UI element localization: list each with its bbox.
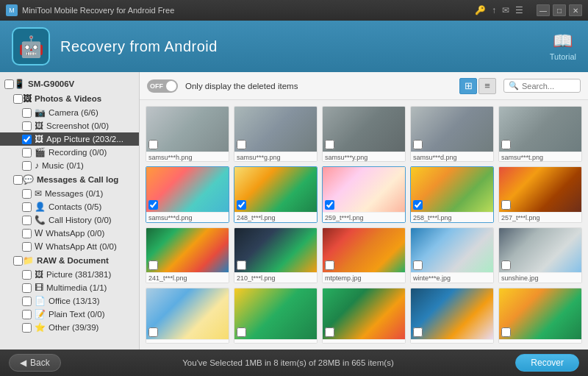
search-input[interactable] [522, 82, 581, 91]
other-checkbox[interactable] [22, 323, 32, 333]
back-button[interactable]: ◀ Back [9, 354, 61, 372]
back-arrow-icon: ◀ [20, 358, 26, 368]
minimize-button[interactable]: — [537, 4, 550, 16]
image-checkbox[interactable] [325, 200, 334, 210]
photos-group-icon: 🖼 [23, 93, 32, 104]
sidebar-item-multimedia[interactable]: 🎞 Multimedia (1/1) [0, 281, 139, 294]
photos-group-checkbox[interactable] [13, 94, 23, 104]
image-checkbox[interactable] [413, 327, 423, 337]
call-history-checkbox[interactable] [22, 216, 32, 225]
app-picture-checkbox[interactable] [22, 135, 32, 144]
image-cell[interactable]: samsu***g.png [234, 106, 318, 162]
whatsapp-checkbox[interactable] [22, 229, 32, 238]
image-cell[interactable]: samsu***y.png [322, 106, 406, 162]
image-cell[interactable]: 259_t***l.png [322, 166, 406, 222]
search-box[interactable]: 🔍 [503, 79, 581, 93]
screenshot-checkbox[interactable] [22, 121, 32, 131]
image-wrapper [411, 228, 493, 273]
device-icon: 📱 [14, 79, 25, 89]
camera-checkbox[interactable] [22, 108, 32, 118]
image-cell[interactable] [410, 288, 494, 344]
list-view-button[interactable]: ≡ [478, 78, 496, 94]
sidebar-item-recording[interactable]: 🎬 Recording (0/0) [0, 146, 139, 159]
image-checkbox[interactable] [148, 200, 158, 210]
grid-view-button[interactable]: ⊞ [459, 78, 477, 94]
image-checkbox[interactable] [148, 140, 158, 149]
image-cell[interactable] [146, 288, 229, 344]
image-cell[interactable]: samsu***d.png [146, 166, 229, 222]
image-cell[interactable]: sunshine.jpg [498, 227, 582, 283]
image-checkbox[interactable] [501, 327, 511, 337]
image-checkbox[interactable] [325, 327, 334, 337]
menu-icon[interactable]: ☰ [515, 5, 523, 15]
image-cell[interactable]: 248_t***l.png [234, 166, 318, 222]
sidebar-group-messages[interactable]: 💬 Messages & Call log [0, 172, 139, 187]
image-cell[interactable] [234, 288, 318, 344]
image-checkbox[interactable] [325, 260, 334, 270]
multimedia-checkbox[interactable] [22, 283, 32, 293]
toggle-track[interactable]: OFF [147, 79, 178, 93]
image-checkbox[interactable] [237, 200, 246, 210]
image-cell[interactable]: samsu***d.png [410, 106, 494, 162]
image-checkbox[interactable] [237, 327, 246, 337]
image-cell[interactable]: 257_t***l.png [498, 166, 582, 222]
image-cell[interactable] [322, 288, 406, 344]
sidebar-item-screenshot[interactable]: 🖼 Screenshot (0/0) [0, 119, 139, 132]
image-label: 259_t***l.png [323, 212, 405, 221]
image-wrapper [234, 288, 317, 339]
image-cell[interactable]: winte***e.jpg [410, 227, 494, 283]
sidebar-item-whatsapp-att[interactable]: W WhatsApp Att (0/0) [0, 240, 139, 253]
sidebar-item-messages[interactable]: ✉ Messages (0/1) [0, 187, 139, 200]
sidebar-item-plain-text[interactable]: 📝 Plain Text (0/0) [0, 308, 139, 321]
sidebar-item-contacts[interactable]: 👤 Contacts (0/5) [0, 200, 139, 213]
contacts-checkbox[interactable] [22, 202, 32, 212]
whatsapp-att-checkbox[interactable] [22, 242, 32, 252]
image-cell[interactable] [498, 288, 582, 344]
image-preview [499, 288, 581, 339]
sidebar-root-checkbox[interactable] [4, 79, 14, 89]
recover-button[interactable]: Recover [515, 354, 579, 372]
close-button[interactable]: ✕ [569, 4, 582, 16]
office-checkbox[interactable] [22, 297, 32, 306]
image-cell[interactable]: 258_t***l.png [410, 166, 494, 222]
sidebar-root[interactable]: 📱 SM-G9006V [0, 77, 139, 91]
image-checkbox[interactable] [501, 200, 511, 210]
image-cell[interactable]: samsu***h.png [146, 106, 229, 162]
sidebar-item-picture[interactable]: 🖼 Picture (381/381) [0, 268, 139, 281]
messages-group-checkbox[interactable] [13, 175, 23, 185]
image-cell[interactable]: 241_t***l.png [146, 227, 229, 283]
image-checkbox[interactable] [413, 140, 423, 149]
plain-text-checkbox[interactable] [22, 310, 32, 319]
image-checkbox[interactable] [413, 200, 423, 210]
sidebar-item-other[interactable]: ⭐ Other (39/39) [0, 321, 139, 334]
sidebar-group-raw[interactable]: 📁 RAW & Document [0, 253, 139, 268]
sidebar-group-photos[interactable]: 🖼 Photos & Videos [0, 91, 139, 106]
sidebar-item-whatsapp[interactable]: W WhatsApp (0/0) [0, 227, 139, 240]
maximize-button[interactable]: □ [553, 4, 566, 16]
sidebar-item-call-history[interactable]: 📞 Call History (0/0) [0, 213, 139, 227]
image-checkbox[interactable] [413, 260, 423, 270]
toggle-switch[interactable]: OFF [147, 79, 178, 93]
image-checkbox[interactable] [501, 260, 511, 270]
raw-group-icon: 📁 [23, 255, 34, 266]
image-checkbox[interactable] [501, 140, 511, 149]
call-history-label: Call History (0/0) [49, 216, 112, 224]
image-cell[interactable]: samsu***t.png [498, 106, 582, 162]
messages-checkbox[interactable] [22, 189, 32, 199]
image-cell[interactable]: 210_t***l.png [234, 227, 318, 283]
image-checkbox[interactable] [237, 140, 246, 149]
image-cell[interactable]: mtptemp.jpg [322, 227, 406, 283]
sidebar-item-music[interactable]: ♪ Music (0/1) [0, 159, 139, 172]
image-checkbox[interactable] [148, 260, 158, 270]
raw-group-checkbox[interactable] [13, 256, 23, 266]
image-checkbox[interactable] [325, 140, 334, 149]
tutorial-button[interactable]: 📖 Tutorial [550, 32, 576, 61]
sidebar-item-app-picture[interactable]: 🖼 App Picture (203/2... [0, 132, 139, 146]
sidebar-item-camera[interactable]: 📷 Camera (6/6) [0, 106, 139, 119]
sidebar-item-office[interactable]: 📄 Office (13/13) [0, 294, 139, 308]
recording-checkbox[interactable] [22, 148, 32, 157]
image-checkbox[interactable] [148, 327, 158, 337]
picture-checkbox[interactable] [22, 270, 32, 280]
image-checkbox[interactable] [237, 260, 246, 270]
music-checkbox[interactable] [22, 161, 32, 171]
